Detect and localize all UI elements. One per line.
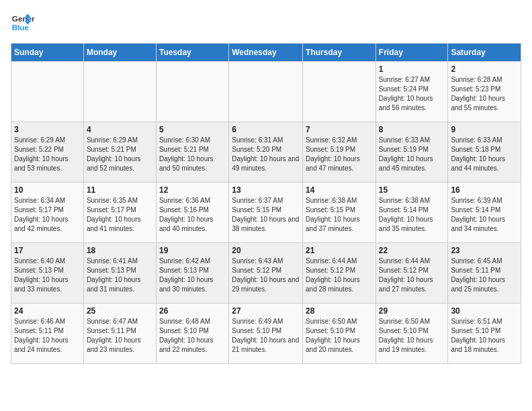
calendar-cell — [11, 62, 84, 122]
weekday-thursday: Thursday — [303, 44, 376, 62]
calendar-cell: 6Sunrise: 6:31 AM Sunset: 5:20 PM Daylig… — [229, 122, 303, 183]
weekday-sunday: Sunday — [11, 44, 84, 62]
calendar-cell: 4Sunrise: 6:29 AM Sunset: 5:21 PM Daylig… — [83, 122, 156, 183]
day-info: Sunrise: 6:40 AM Sunset: 5:13 PM Dayligh… — [14, 257, 81, 294]
day-number: 25 — [87, 306, 153, 316]
day-info: Sunrise: 6:29 AM Sunset: 5:22 PM Dayligh… — [14, 136, 81, 173]
calendar-cell: 9Sunrise: 6:33 AM Sunset: 5:18 PM Daylig… — [448, 122, 521, 183]
calendar-cell: 8Sunrise: 6:33 AM Sunset: 5:19 PM Daylig… — [375, 122, 448, 183]
day-info: Sunrise: 6:41 AM Sunset: 5:13 PM Dayligh… — [87, 257, 153, 294]
calendar-cell: 12Sunrise: 6:36 AM Sunset: 5:16 PM Dayli… — [156, 183, 228, 243]
calendar-cell: 5Sunrise: 6:30 AM Sunset: 5:21 PM Daylig… — [156, 122, 228, 183]
calendar-week-2: 3Sunrise: 6:29 AM Sunset: 5:22 PM Daylig… — [11, 122, 521, 183]
calendar-cell: 26Sunrise: 6:48 AM Sunset: 5:10 PM Dayli… — [156, 304, 228, 364]
day-info: Sunrise: 6:27 AM Sunset: 5:24 PM Dayligh… — [379, 75, 445, 113]
day-number: 8 — [379, 125, 445, 134]
day-info: Sunrise: 6:33 AM Sunset: 5:18 PM Dayligh… — [451, 136, 518, 173]
day-number: 20 — [232, 246, 300, 255]
day-info: Sunrise: 6:46 AM Sunset: 5:11 PM Dayligh… — [14, 317, 81, 355]
day-number: 17 — [14, 246, 81, 255]
day-number: 26 — [159, 306, 226, 316]
weekday-header-row: SundayMondayTuesdayWednesdayThursdayFrid… — [11, 44, 521, 62]
day-number: 22 — [379, 246, 445, 255]
calendar-cell: 15Sunrise: 6:38 AM Sunset: 5:14 PM Dayli… — [375, 183, 448, 243]
weekday-tuesday: Tuesday — [156, 44, 228, 62]
day-info: Sunrise: 6:44 AM Sunset: 5:12 PM Dayligh… — [306, 257, 373, 294]
day-info: Sunrise: 6:45 AM Sunset: 5:11 PM Dayligh… — [451, 257, 518, 294]
calendar-cell: 7Sunrise: 6:32 AM Sunset: 5:19 PM Daylig… — [303, 122, 376, 183]
day-number: 9 — [451, 125, 518, 134]
page-header: General Blue — [11, 11, 521, 35]
calendar-cell: 18Sunrise: 6:41 AM Sunset: 5:13 PM Dayli… — [83, 243, 156, 304]
logo-icon: General Blue — [11, 11, 35, 35]
calendar-cell: 2Sunrise: 6:28 AM Sunset: 5:23 PM Daylig… — [448, 62, 521, 122]
day-info: Sunrise: 6:38 AM Sunset: 5:15 PM Dayligh… — [306, 196, 373, 234]
day-number: 3 — [14, 125, 81, 134]
weekday-monday: Monday — [83, 44, 156, 62]
day-info: Sunrise: 6:50 AM Sunset: 5:10 PM Dayligh… — [306, 317, 373, 355]
calendar-cell: 16Sunrise: 6:39 AM Sunset: 5:14 PM Dayli… — [448, 183, 521, 243]
day-info: Sunrise: 6:48 AM Sunset: 5:10 PM Dayligh… — [159, 317, 226, 355]
day-number: 4 — [87, 125, 153, 134]
day-info: Sunrise: 6:49 AM Sunset: 5:10 PM Dayligh… — [232, 317, 300, 355]
day-info: Sunrise: 6:50 AM Sunset: 5:10 PM Dayligh… — [379, 317, 445, 355]
calendar-cell: 17Sunrise: 6:40 AM Sunset: 5:13 PM Dayli… — [11, 243, 84, 304]
calendar-cell: 23Sunrise: 6:45 AM Sunset: 5:11 PM Dayli… — [448, 243, 521, 304]
svg-text:General: General — [12, 14, 35, 23]
calendar-cell — [303, 62, 376, 122]
calendar-cell: 21Sunrise: 6:44 AM Sunset: 5:12 PM Dayli… — [303, 243, 376, 304]
day-info: Sunrise: 6:47 AM Sunset: 5:11 PM Dayligh… — [87, 317, 153, 355]
calendar-cell: 29Sunrise: 6:50 AM Sunset: 5:10 PM Dayli… — [375, 304, 448, 364]
calendar-week-4: 17Sunrise: 6:40 AM Sunset: 5:13 PM Dayli… — [11, 243, 521, 304]
day-number: 10 — [14, 185, 81, 195]
day-number: 21 — [306, 246, 373, 255]
day-info: Sunrise: 6:43 AM Sunset: 5:12 PM Dayligh… — [232, 257, 300, 294]
day-info: Sunrise: 6:38 AM Sunset: 5:14 PM Dayligh… — [379, 196, 445, 234]
day-number: 29 — [379, 306, 445, 316]
day-info: Sunrise: 6:37 AM Sunset: 5:15 PM Dayligh… — [232, 196, 300, 234]
weekday-wednesday: Wednesday — [229, 44, 303, 62]
day-number: 14 — [306, 185, 373, 195]
day-info: Sunrise: 6:32 AM Sunset: 5:19 PM Dayligh… — [306, 136, 373, 173]
day-number: 15 — [379, 185, 445, 195]
logo: General Blue — [11, 11, 35, 35]
day-number: 7 — [306, 125, 373, 134]
calendar-cell: 24Sunrise: 6:46 AM Sunset: 5:11 PM Dayli… — [11, 304, 84, 364]
calendar-cell: 20Sunrise: 6:43 AM Sunset: 5:12 PM Dayli… — [229, 243, 303, 304]
calendar-cell — [83, 62, 156, 122]
day-number: 18 — [87, 246, 153, 255]
day-info: Sunrise: 6:51 AM Sunset: 5:10 PM Dayligh… — [451, 317, 518, 355]
day-number: 6 — [232, 125, 300, 134]
weekday-friday: Friday — [375, 44, 448, 62]
day-number: 27 — [232, 306, 300, 316]
calendar-week-1: 1Sunrise: 6:27 AM Sunset: 5:24 PM Daylig… — [11, 62, 521, 122]
day-number: 30 — [451, 306, 518, 316]
calendar-cell: 28Sunrise: 6:50 AM Sunset: 5:10 PM Dayli… — [303, 304, 376, 364]
day-info: Sunrise: 6:31 AM Sunset: 5:20 PM Dayligh… — [232, 136, 300, 173]
calendar-cell: 13Sunrise: 6:37 AM Sunset: 5:15 PM Dayli… — [229, 183, 303, 243]
day-info: Sunrise: 6:33 AM Sunset: 5:19 PM Dayligh… — [379, 136, 445, 173]
calendar-week-3: 10Sunrise: 6:34 AM Sunset: 5:17 PM Dayli… — [11, 183, 521, 243]
day-info: Sunrise: 6:34 AM Sunset: 5:17 PM Dayligh… — [14, 196, 81, 234]
day-number: 16 — [451, 185, 518, 195]
calendar-cell: 19Sunrise: 6:42 AM Sunset: 5:13 PM Dayli… — [156, 243, 228, 304]
calendar-cell: 3Sunrise: 6:29 AM Sunset: 5:22 PM Daylig… — [11, 122, 84, 183]
day-number: 11 — [87, 185, 153, 195]
day-info: Sunrise: 6:29 AM Sunset: 5:21 PM Dayligh… — [87, 136, 153, 173]
day-info: Sunrise: 6:44 AM Sunset: 5:12 PM Dayligh… — [379, 257, 445, 294]
day-info: Sunrise: 6:28 AM Sunset: 5:23 PM Dayligh… — [451, 75, 518, 113]
day-info: Sunrise: 6:39 AM Sunset: 5:14 PM Dayligh… — [451, 196, 518, 234]
calendar-cell: 25Sunrise: 6:47 AM Sunset: 5:11 PM Dayli… — [83, 304, 156, 364]
calendar-cell: 10Sunrise: 6:34 AM Sunset: 5:17 PM Dayli… — [11, 183, 84, 243]
calendar-cell: 14Sunrise: 6:38 AM Sunset: 5:15 PM Dayli… — [303, 183, 376, 243]
calendar-cell: 1Sunrise: 6:27 AM Sunset: 5:24 PM Daylig… — [375, 62, 448, 122]
day-info: Sunrise: 6:35 AM Sunset: 5:17 PM Dayligh… — [87, 196, 153, 234]
day-number: 24 — [14, 306, 81, 316]
day-number: 13 — [232, 185, 300, 195]
day-info: Sunrise: 6:42 AM Sunset: 5:13 PM Dayligh… — [159, 257, 226, 294]
calendar-week-5: 24Sunrise: 6:46 AM Sunset: 5:11 PM Dayli… — [11, 304, 521, 364]
calendar-cell: 11Sunrise: 6:35 AM Sunset: 5:17 PM Dayli… — [83, 183, 156, 243]
calendar-cell — [229, 62, 303, 122]
day-number: 28 — [306, 306, 373, 316]
day-number: 2 — [451, 64, 518, 74]
